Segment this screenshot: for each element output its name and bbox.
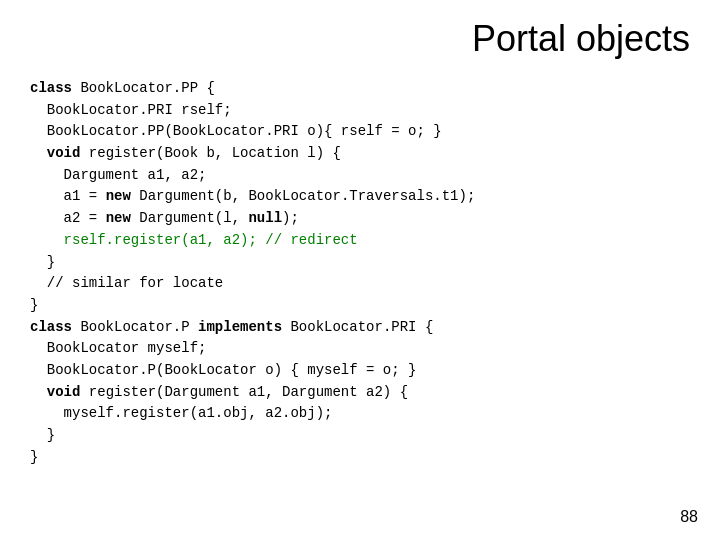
code-segment: class xyxy=(30,80,72,96)
code-line: void register(Book b, Location l) { xyxy=(30,143,690,165)
code-segment: Dargument(l, xyxy=(131,210,249,226)
code-segment: void xyxy=(47,384,81,400)
code-segment: new xyxy=(106,210,131,226)
code-line: class BookLocator.P implements BookLocat… xyxy=(30,317,690,339)
code-line: a1 = new Dargument(b, BookLocator.Traver… xyxy=(30,186,690,208)
code-segment: } xyxy=(30,449,38,465)
code-segment: a1 = xyxy=(30,188,106,204)
code-line: } xyxy=(30,425,690,447)
code-segment: implements xyxy=(198,319,282,335)
code-segment: Dargument(b, BookLocator.Traversals.t1); xyxy=(131,188,475,204)
code-segment xyxy=(30,145,47,161)
page-title: Portal objects xyxy=(0,0,720,70)
code-line: BookLocator.PRI rself; xyxy=(30,100,690,122)
code-segment: rself.register(a1, a2); // redirect xyxy=(30,232,358,248)
code-line: BookLocator.PP(BookLocator.PRI o){ rself… xyxy=(30,121,690,143)
code-segment: } xyxy=(30,254,55,270)
code-line: // similar for locate xyxy=(30,273,690,295)
code-segment: BookLocator.PRI rself; xyxy=(30,102,232,118)
code-segment: class xyxy=(30,319,72,335)
code-line: rself.register(a1, a2); // redirect xyxy=(30,230,690,252)
code-segment: a2 = xyxy=(30,210,106,226)
code-segment: BookLocator.PRI { xyxy=(282,319,433,335)
code-line: } xyxy=(30,295,690,317)
code-segment: BookLocator.PP { xyxy=(72,80,215,96)
code-line: a2 = new Dargument(l, null); xyxy=(30,208,690,230)
code-segment: register(Book b, Location l) { xyxy=(80,145,340,161)
code-segment: Dargument a1, a2; xyxy=(30,167,206,183)
code-segment: ); xyxy=(282,210,299,226)
code-segment: // similar for locate xyxy=(30,275,223,291)
code-segment: void xyxy=(47,145,81,161)
slide-number: 88 xyxy=(680,508,698,526)
code-line: BookLocator myself; xyxy=(30,338,690,360)
code-line: void register(Dargument a1, Dargument a2… xyxy=(30,382,690,404)
code-segment: } xyxy=(30,297,38,313)
code-segment: new xyxy=(106,188,131,204)
code-segment: null xyxy=(248,210,282,226)
code-line: Dargument a1, a2; xyxy=(30,165,690,187)
code-line: myself.register(a1.obj, a2.obj); xyxy=(30,403,690,425)
code-block: class BookLocator.PP { BookLocator.PRI r… xyxy=(0,70,720,468)
code-line: BookLocator.P(BookLocator o) { myself = … xyxy=(30,360,690,382)
code-line: } xyxy=(30,252,690,274)
code-line: class BookLocator.PP { xyxy=(30,78,690,100)
code-segment: register(Dargument a1, Dargument a2) { xyxy=(80,384,408,400)
code-segment: BookLocator myself; xyxy=(30,340,206,356)
code-segment: myself.register(a1.obj, a2.obj); xyxy=(30,405,332,421)
code-segment: BookLocator.P(BookLocator o) { myself = … xyxy=(30,362,416,378)
code-line: } xyxy=(30,447,690,469)
code-segment xyxy=(30,384,47,400)
code-segment: } xyxy=(30,427,55,443)
code-segment: BookLocator.P xyxy=(72,319,198,335)
code-segment: BookLocator.PP(BookLocator.PRI o){ rself… xyxy=(30,123,442,139)
